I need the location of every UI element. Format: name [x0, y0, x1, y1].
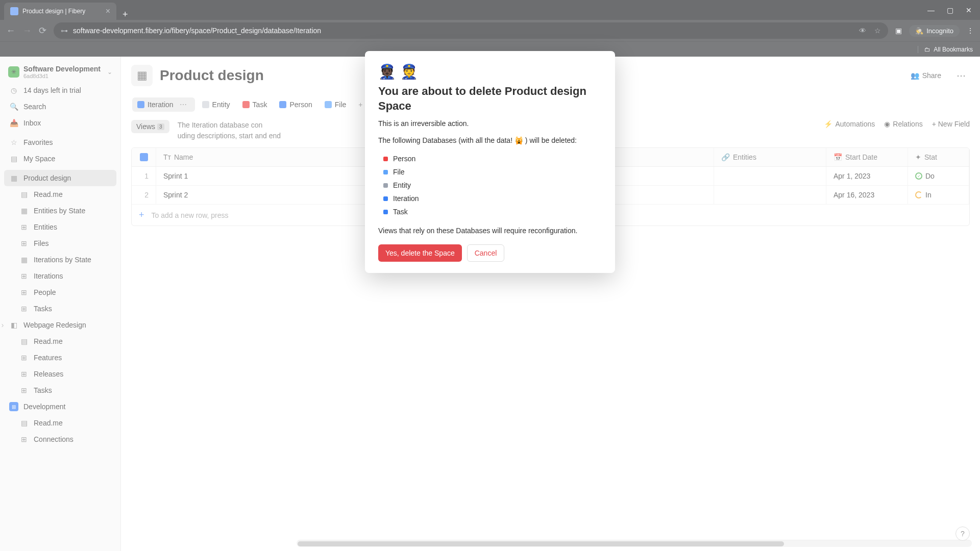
- database-color-icon: [383, 210, 388, 214]
- list-item: Iteration: [383, 192, 602, 205]
- database-name: Task: [393, 208, 408, 216]
- list-item: File: [383, 165, 602, 179]
- modal-emoji: 👮🏿 👮: [378, 63, 602, 80]
- modal-title: You are about to delete Product design S…: [378, 84, 602, 113]
- modal-text-databases: The following Databases (with all the da…: [378, 135, 602, 146]
- database-name: File: [393, 168, 405, 176]
- database-color-icon: [383, 183, 388, 188]
- cancel-button[interactable]: Cancel: [467, 244, 505, 262]
- modal-overlay: 👮🏿 👮 You are about to delete Product des…: [0, 0, 980, 551]
- database-name: Entity: [393, 181, 411, 189]
- list-item: Person: [383, 152, 602, 165]
- list-item: Entity: [383, 179, 602, 192]
- database-color-icon: [383, 170, 388, 174]
- modal-text-irreversible: This is an irreversible action.: [378, 118, 602, 129]
- list-item: Task: [383, 205, 602, 218]
- modal-text-views: Views that rely on these Databases will …: [378, 226, 602, 236]
- modal-database-list: PersonFileEntityIterationTask: [383, 152, 602, 218]
- database-color-icon: [383, 196, 388, 201]
- confirm-delete-button[interactable]: Yes, delete the Space: [378, 244, 462, 262]
- delete-space-modal: 👮🏿 👮 You are about to delete Product des…: [365, 51, 615, 273]
- database-color-icon: [383, 157, 388, 161]
- database-name: Iteration: [393, 194, 419, 203]
- database-name: Person: [393, 155, 415, 163]
